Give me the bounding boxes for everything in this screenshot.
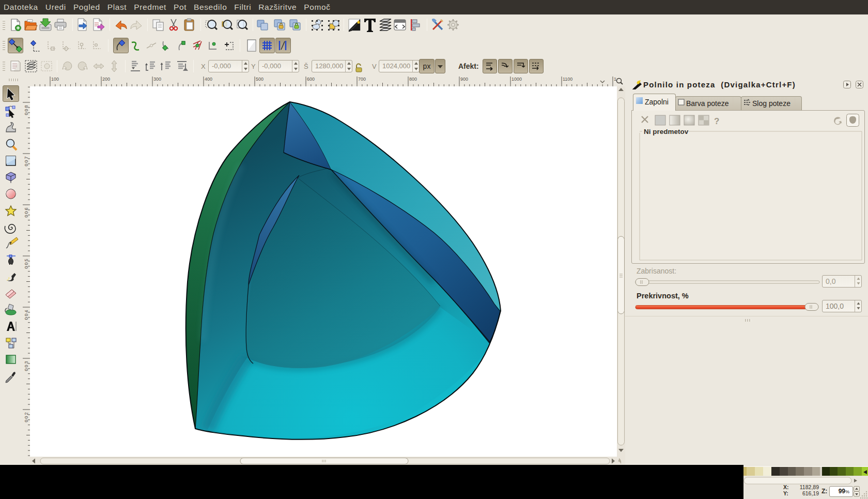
svg-text:0: 0 [24,419,29,422]
svg-text:0: 0 [24,365,29,367]
svg-text:0: 0 [24,215,29,217]
svg-text:700: 700 [358,77,366,82]
svg-text:400: 400 [205,77,212,82]
svg-text:7: 7 [24,156,29,159]
svg-text:4: 4 [24,310,29,312]
svg-text:0: 0 [24,160,29,162]
svg-text:1000: 1000 [512,77,522,82]
svg-text:1100: 1100 [563,77,572,82]
svg-text:200: 200 [102,77,110,82]
svg-text:5: 5 [24,259,29,261]
svg-text:6: 6 [24,207,29,210]
svg-text:0: 0 [24,109,29,111]
svg-text:100: 100 [51,77,59,82]
svg-text:0: 0 [24,266,29,268]
svg-text:900: 900 [460,77,468,82]
svg-text:8: 8 [24,105,29,108]
svg-text:0: 0 [24,368,29,371]
svg-text:2: 2 [24,412,29,415]
svg-text:0: 0 [24,163,29,166]
svg-text:0: 0 [24,317,29,320]
svg-text:0: 0 [24,112,29,115]
svg-text:Ni predmetov: Ni predmetov [644,128,689,135]
svg-text:600: 600 [307,77,315,82]
svg-text:?: ? [714,116,719,126]
svg-text:0: 0 [24,211,29,214]
svg-text:0: 0 [24,262,29,265]
svg-text:0: 0 [24,416,29,418]
svg-text:0: 0 [24,313,29,316]
svg-text:300: 300 [153,77,161,82]
svg-text:500: 500 [256,77,264,82]
svg-text:800: 800 [409,77,417,82]
svg-text:3: 3 [24,361,29,364]
